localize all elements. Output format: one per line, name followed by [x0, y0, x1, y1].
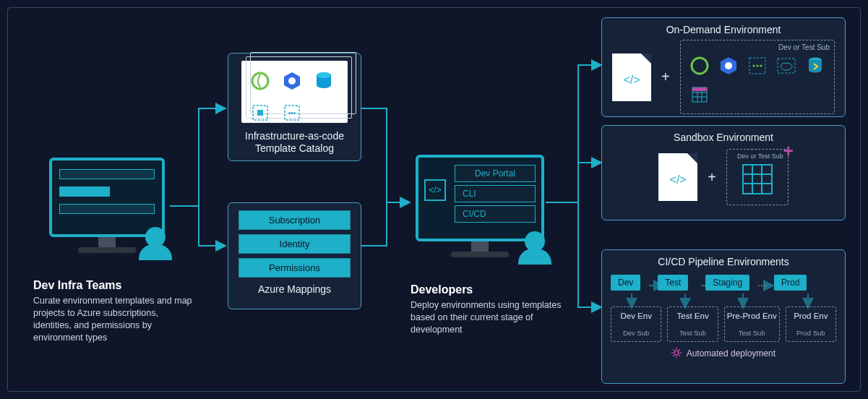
- svg-rect-16: [778, 59, 795, 73]
- database-icon: [802, 53, 828, 79]
- dev-infra-desc: Curate environment templates and map pro…: [33, 295, 192, 344]
- stage-staging: Staging: [705, 275, 749, 291]
- pipeline-box: CI/CD Pipeline Environments Dev Test Sta…: [601, 249, 846, 384]
- plus-icon: +: [708, 169, 716, 186]
- env-prod: Prod Env Prod Sub: [786, 306, 836, 342]
- automated-label: Automated deployment: [687, 348, 775, 359]
- svg-line-37: [673, 355, 674, 356]
- ondemand-sublabel: Dev or Test Sub: [685, 43, 830, 51]
- iac-catalog-box: ••• Infrastructure-as-code Template Cata…: [228, 53, 361, 161]
- pipeline-title: CI/CD Pipeline Environments: [611, 256, 836, 267]
- stage-prod: Prod: [774, 275, 807, 291]
- ellipsis: …: [757, 277, 767, 288]
- svg-text:•••: •••: [288, 109, 296, 117]
- sandbox-title: Sandbox Environment: [612, 132, 835, 143]
- mapping-permissions: Permissions: [239, 258, 351, 278]
- svg-rect-6: [257, 110, 263, 116]
- cicd-item: CI/CD: [455, 205, 536, 223]
- spring-icon: [687, 53, 713, 79]
- user-icon: [139, 227, 172, 260]
- env-preprod: Pre-Prod Env Test Sub: [724, 306, 780, 342]
- dev-portal-item: Dev Portal: [455, 165, 536, 182]
- svg-point-9: [692, 58, 708, 74]
- file-icon: </>: [612, 53, 651, 101]
- mappings-title: Azure Mappings: [239, 283, 351, 295]
- svg-line-35: [673, 349, 674, 351]
- add-icon: +: [783, 141, 794, 161]
- gear-icon: [671, 348, 682, 360]
- kubernetes-icon: [716, 53, 742, 79]
- svg-point-11: [725, 62, 732, 69]
- dev-infra-label: Dev Infra Teams Curate environment templ…: [33, 279, 192, 344]
- svg-point-4: [317, 72, 331, 78]
- functions-icon: [247, 100, 273, 126]
- env-test: Test Env Test Sub: [667, 306, 718, 342]
- azure-mappings-box: Subscription Identity Permissions Azure …: [228, 202, 361, 309]
- stage-dev: Dev: [611, 275, 640, 291]
- developers-monitor: </> Dev Portal CLI CI/CD: [416, 155, 544, 257]
- mapping-subscription: Subscription: [239, 210, 351, 230]
- svg-point-2: [288, 77, 296, 85]
- code-icon: •••: [279, 100, 305, 126]
- cloud-icon: [773, 53, 799, 79]
- developers-label: Developers Deploy environments using tem…: [411, 283, 570, 336]
- spring-icon: [247, 68, 273, 94]
- svg-line-38: [679, 349, 680, 351]
- grid-icon: [739, 161, 775, 197]
- sandbox-sublabel: Dev or Test Sub: [731, 153, 783, 160]
- more-icon: [744, 53, 770, 79]
- database-icon: [311, 68, 337, 94]
- dev-infra-title: Dev Infra Teams: [33, 279, 192, 292]
- svg-line-36: [679, 355, 680, 356]
- svg-point-15: [760, 64, 762, 66]
- ondemand-env-box: On-Demand Environment </> + Dev or Test …: [601, 17, 846, 117]
- kubernetes-icon: [279, 68, 305, 94]
- svg-point-13: [752, 64, 755, 66]
- user-icon: [518, 231, 551, 265]
- grid-icon: [687, 82, 713, 108]
- plus-icon: +: [661, 69, 670, 85]
- stage-test: Test: [658, 275, 688, 291]
- svg-point-14: [756, 64, 758, 66]
- svg-rect-24: [692, 87, 707, 91]
- env-dev: Dev Env Dev Sub: [611, 306, 661, 342]
- dev-infra-monitor: [49, 158, 165, 253]
- mapping-identity: Identity: [239, 234, 351, 254]
- svg-point-17: [781, 63, 792, 70]
- ondemand-title: On-Demand Environment: [612, 24, 835, 35]
- iac-label: Infrastructure-as-code Template Catalog: [237, 130, 352, 155]
- cli-item: CLI: [455, 185, 536, 202]
- code-glyph: </>: [424, 179, 446, 201]
- developers-desc: Deploy environments using templates base…: [411, 299, 570, 336]
- sandbox-env-box: Sandbox Environment </> + + Dev or Test …: [601, 125, 846, 220]
- developers-title: Developers: [411, 283, 570, 296]
- svg-rect-25: [743, 165, 772, 194]
- file-icon: </>: [658, 153, 697, 201]
- svg-point-30: [674, 351, 679, 355]
